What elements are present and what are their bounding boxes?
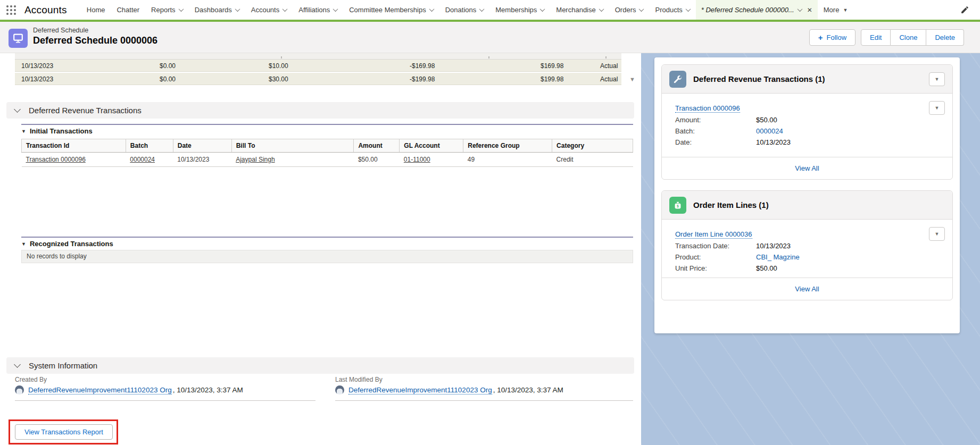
field-underline	[15, 400, 315, 401]
field-label: Date:	[675, 138, 756, 146]
global-nav: Accounts Home Chatter Reports Dashboards…	[0, 0, 980, 22]
col-gl-account: GL Account	[400, 139, 463, 153]
col-category: Category	[552, 139, 633, 153]
field-value: 10/13/2023	[756, 138, 791, 146]
schedule-cell: $0.00	[160, 62, 176, 70]
last-modified-by-label: Last Modified By	[335, 376, 383, 383]
delete-button[interactable]: Delete	[926, 29, 964, 46]
schedule-cell-status: Actual	[600, 75, 618, 83]
schedule-cell: $0.00	[160, 75, 176, 83]
scrollbar-down-arrow[interactable]: ▼	[629, 76, 635, 82]
app-launcher-icon[interactable]	[6, 5, 16, 15]
bill-to-link[interactable]: Ajaypal Singh	[236, 156, 275, 163]
edit-button[interactable]: Edit	[861, 29, 891, 46]
section-deferred-revenue-transactions[interactable]: Deferred Revenue Transactions	[6, 102, 634, 119]
last-modified-user-link[interactable]: DeferredRevenueImprovement11102023 Org	[348, 386, 492, 394]
card-body: Order Item Line 0000036 ▼ Transaction Da…	[662, 220, 952, 276]
field-label: Product:	[675, 253, 756, 261]
initial-transactions-toggle[interactable]: ▼ Initial Transactions	[21, 127, 93, 135]
nav-tab-chatter[interactable]: Chatter	[111, 0, 145, 20]
schedule-row: 10/13/2023 $0.00 $30.00 -$199.98 $199.98…	[15, 73, 621, 85]
schedule-cell: $10.00	[269, 62, 288, 70]
app-name: Accounts	[24, 4, 67, 16]
chevron-down-icon[interactable]	[639, 6, 644, 12]
batch-record-link[interactable]: 0000024	[756, 127, 783, 135]
chevron-down-icon[interactable]	[685, 6, 691, 12]
section-system-information[interactable]: System Information	[6, 357, 634, 374]
clone-button[interactable]: Clone	[891, 29, 926, 46]
chevron-down-icon[interactable]	[429, 6, 434, 12]
card-title: Order Item Lines (1)	[693, 200, 769, 209]
schedule-cell: $169.98	[541, 62, 563, 70]
schedule-cell: -$169.98	[410, 62, 435, 70]
view-transactions-report-button[interactable]: View Transactions Report	[15, 424, 113, 440]
nav-more-menu[interactable]: More ▼	[818, 0, 854, 20]
follow-button[interactable]: + Follow	[809, 29, 856, 46]
card-menu-button[interactable]: ▼	[929, 72, 945, 86]
gl-account-link[interactable]: 01-11000	[404, 156, 430, 163]
nav-tab-reports[interactable]: Reports	[145, 0, 189, 20]
chevron-down-icon[interactable]	[599, 6, 604, 12]
user-avatar	[15, 385, 24, 394]
nav-tab-deferred-schedule-active[interactable]: * Deferred Schedule 000000... ✕	[696, 0, 818, 20]
chevron-down-icon[interactable]	[479, 6, 485, 12]
recognized-transactions-toggle[interactable]: ▼ Recognized Transactions	[21, 240, 113, 248]
card-footer: View All	[662, 157, 952, 179]
view-all-link[interactable]: View All	[795, 285, 819, 293]
chevron-down-icon[interactable]	[178, 6, 184, 12]
schedule-cell-date: 10/13/2023	[21, 75, 53, 83]
nav-tab-accounts[interactable]: Accounts	[245, 0, 293, 20]
nav-tab-committee-memberships[interactable]: Committee Memberships	[343, 0, 439, 20]
nav-tab-dashboards[interactable]: Dashboards	[189, 0, 245, 20]
col-transaction-id: Transaction Id	[22, 139, 126, 153]
nav-tab-products[interactable]: Products	[649, 0, 695, 20]
nav-tab-home[interactable]: Home	[81, 0, 111, 20]
close-tab-icon[interactable]: ✕	[807, 6, 812, 14]
order-item-lines-card: $ Order Item Lines (1) Order Item Line 0…	[661, 190, 953, 300]
chevron-down-icon[interactable]	[333, 6, 338, 12]
chevron-down-icon[interactable]	[283, 6, 288, 12]
nav-tab-memberships[interactable]: Memberships	[489, 0, 550, 20]
deferred-schedule-record-icon	[9, 29, 28, 48]
field-row: Date: 10/13/2023	[675, 138, 945, 146]
card-title: Deferred Revenue Transactions (1)	[693, 74, 825, 83]
schedule-cell-date: 10/13/2023	[21, 62, 53, 70]
transaction-link[interactable]: Transaction 0000096	[26, 156, 86, 163]
field-label: Transaction Date:	[675, 242, 756, 250]
field-row: Batch: 0000024	[675, 127, 945, 135]
order-item-line-record-link[interactable]: Order Item Line 0000036	[675, 230, 752, 239]
schedule-table-header-cutoff	[15, 53, 621, 60]
batch-link[interactable]: 0000024	[130, 156, 155, 163]
salesforce-app: Accounts Home Chatter Reports Dashboards…	[0, 0, 980, 445]
chevron-down-icon[interactable]	[540, 6, 545, 12]
row-actions-button[interactable]: ▼	[929, 227, 945, 241]
nav-tab-merchandise[interactable]: Merchandise	[550, 0, 609, 20]
cell-category: Credit	[552, 153, 633, 167]
plus-icon: +	[818, 33, 823, 42]
row-actions-button[interactable]: ▼	[929, 101, 945, 115]
card-header: $ Order Item Lines (1)	[662, 191, 952, 220]
product-record-link[interactable]: CBI_ Magzine	[756, 253, 800, 261]
nav-tab-donations[interactable]: Donations	[439, 0, 490, 20]
col-amount: Amount	[354, 139, 400, 153]
record-header: Deferred Schedule Deferred Schedule 0000…	[0, 22, 980, 53]
edit-navigation-pencil-icon[interactable]	[960, 5, 969, 14]
initial-transactions-table: Transaction Id Batch Date Bill To Amount…	[21, 139, 633, 167]
triangle-down-icon: ▼	[21, 129, 26, 134]
chevron-down-icon[interactable]	[235, 6, 240, 12]
money-bag-icon: $	[669, 197, 686, 214]
nav-tab-orders[interactable]: Orders	[609, 0, 650, 20]
created-by-user-link[interactable]: DeferredRevenueImprovement11102023 Org	[28, 386, 172, 394]
transaction-record-link[interactable]: Transaction 0000096	[675, 104, 740, 113]
view-all-link[interactable]: View All	[795, 164, 819, 172]
chevron-down-icon[interactable]	[797, 6, 802, 12]
triangle-down-icon: ▼	[21, 241, 26, 247]
field-row: Amount: $50.00	[675, 116, 945, 124]
nav-tab-affiliations[interactable]: Affiliations	[293, 0, 343, 20]
col-date: Date	[173, 139, 231, 153]
field-label: Batch:	[675, 127, 756, 135]
record-entity-label: Deferred Schedule	[33, 27, 88, 34]
schedule-cell: $30.00	[269, 75, 288, 83]
record-action-group: Edit Clone Delete	[861, 29, 964, 46]
last-modified-by-value: DeferredRevenueImprovement11102023 Org ,…	[335, 385, 563, 394]
